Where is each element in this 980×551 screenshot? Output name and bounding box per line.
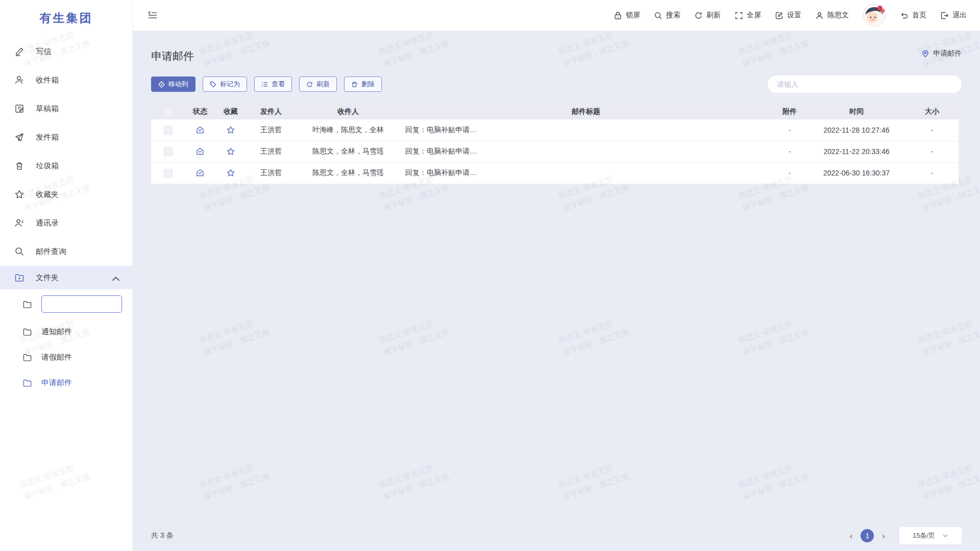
sidebar-item-drafts[interactable]: 草稿箱 (0, 94, 132, 123)
table-row[interactable]: 王洪哲 叶海峰，陈思文，全林 回复：电脑补贴申请… - 2022-11-28 1… (151, 119, 959, 141)
search-icon (14, 246, 24, 257)
home-button[interactable]: 首页 (900, 11, 926, 20)
trash-icon (351, 81, 358, 88)
settings-button[interactable]: 设置 (775, 11, 801, 20)
per-page-select[interactable]: 15条/页 (899, 527, 962, 544)
sidebar-item-compose[interactable]: 写信 (0, 37, 132, 66)
lock-screen-button[interactable]: 锁屏 (614, 11, 640, 20)
menu-fold-icon[interactable] (147, 10, 158, 21)
sidebar: 有生集团 写信 收件箱 草稿箱 发件箱 垃圾箱 收藏夹 通讯录 (0, 0, 133, 551)
new-folder-input[interactable] (41, 295, 122, 313)
new-folder-row (0, 289, 132, 319)
sidebar-item-mail-search[interactable]: 邮件查询 (0, 237, 132, 266)
subject-cell[interactable]: 回复：电脑补贴申请… (400, 141, 772, 162)
sidebar-item-label: 发件箱 (36, 133, 59, 142)
person-icon (815, 11, 824, 20)
folder-icon (22, 327, 32, 337)
row-checkbox[interactable] (164, 147, 173, 156)
row-checkbox[interactable] (164, 169, 173, 178)
folder-label: 请假邮件 (41, 353, 72, 362)
user-menu[interactable]: 陈思文 (815, 11, 849, 20)
sender-cell: 王洪哲 (246, 141, 296, 162)
avatar[interactable] (863, 4, 886, 27)
pencil-icon (14, 46, 24, 57)
move-icon (158, 81, 165, 88)
sidebar-item-label: 写信 (36, 47, 51, 57)
breadcrumb[interactable]: 申请邮件 (921, 49, 962, 58)
sidebar-item-sent[interactable]: 发件箱 (0, 123, 132, 152)
refresh-icon (694, 11, 703, 20)
star-icon[interactable] (226, 168, 235, 178)
prev-page-button[interactable]: ‹ (848, 532, 855, 540)
move-to-button[interactable]: 移动到 (151, 77, 195, 92)
chevron-up-icon (111, 274, 118, 281)
mail-open-icon (195, 147, 205, 156)
sidebar-item-inbox[interactable]: 收件箱 (0, 66, 132, 94)
mail-open-icon (195, 168, 205, 178)
trash-icon (14, 161, 24, 171)
sender-cell: 王洪哲 (246, 119, 296, 141)
inbox-person-icon (14, 75, 24, 85)
star-icon[interactable] (226, 147, 235, 156)
col-time: 时间 (807, 104, 905, 119)
fullscreen-button[interactable]: 全屏 (734, 11, 761, 20)
size-cell: - (905, 162, 959, 184)
folder-label: 通知邮件 (41, 327, 72, 337)
main-content: 申请邮件 申请邮件 移动到 标记为 查看 刷新 删除 (133, 31, 980, 551)
folder-label: 申请邮件 (41, 378, 72, 388)
view-button[interactable]: 查看 (254, 77, 292, 92)
delete-label: 删除 (361, 80, 375, 89)
logout-icon (940, 11, 949, 20)
undo-arrow-icon (900, 11, 909, 20)
col-recipients: 收件人 (296, 104, 400, 119)
search-icon (654, 11, 663, 20)
recipients-cell: 陈思文，全林，马雪瑶 (296, 141, 400, 162)
sidebar-nav: 写信 收件箱 草稿箱 发件箱 垃圾箱 收藏夹 通讯录 邮件查询 (0, 37, 132, 266)
refresh-button[interactable]: 刷新 (694, 11, 721, 20)
mail-open-icon (195, 126, 205, 135)
attachment-cell: - (772, 162, 807, 184)
folder-icon (22, 353, 32, 362)
chevron-down-icon (942, 533, 948, 539)
lock-screen-label: 锁屏 (626, 11, 640, 20)
table-header-row: 状态 收藏 发件人 收件人 邮件标题 附件 时间 大小 (151, 104, 959, 119)
edit-square-icon (775, 11, 783, 20)
sidebar-item-folders[interactable]: 文件夹 (0, 266, 132, 289)
list-search-input[interactable] (768, 76, 962, 93)
row-checkbox[interactable] (164, 126, 173, 135)
global-search-button[interactable]: 搜索 (654, 11, 680, 20)
mark-as-button[interactable]: 标记为 (203, 77, 247, 92)
folder-icon (22, 299, 32, 309)
sidebar-folder-leave[interactable]: 请假邮件 (0, 344, 132, 370)
total-count: 共 3 条 (151, 531, 174, 540)
refresh-list-button[interactable]: 刷新 (299, 77, 337, 92)
sidebar-item-trash[interactable]: 垃圾箱 (0, 152, 132, 180)
topbar-actions: 锁屏 搜索 刷新 全屏 设置 陈思文 首页 (614, 4, 967, 27)
table-row[interactable]: 王洪哲 陈思文，全林，马雪瑶 回复：电脑补贴申请… - 2022-11-22 2… (151, 141, 959, 162)
sender-cell: 王洪哲 (246, 162, 296, 184)
table-row[interactable]: 王洪哲 陈思文，全林，马雪瑶 回复：电脑补贴申请… - 2022-06-30 1… (151, 162, 959, 184)
logout-button[interactable]: 退出 (940, 11, 967, 20)
list-footer: 共 3 条 ‹ 1 › 15条/页 (151, 525, 962, 546)
brand-logo: 有生集团 (0, 0, 132, 26)
sidebar-item-label: 通讯录 (36, 218, 59, 228)
subject-cell[interactable]: 回复：电脑补贴申请… (400, 162, 772, 184)
current-page[interactable]: 1 (861, 529, 874, 542)
size-cell: - (905, 119, 959, 141)
delete-button[interactable]: 删除 (344, 77, 382, 92)
sidebar-item-favorites[interactable]: 收藏夹 (0, 180, 132, 209)
select-all-checkbox[interactable] (164, 108, 173, 116)
fullscreen-icon (734, 11, 743, 20)
subject-cell[interactable]: 回复：电脑补贴申请… (400, 119, 772, 141)
sidebar-folder-apply[interactable]: 申请邮件 (0, 370, 132, 395)
fullscreen-label: 全屏 (747, 11, 761, 20)
sidebar-item-label: 垃圾箱 (36, 161, 59, 171)
lock-icon (614, 11, 622, 20)
next-page-button[interactable]: › (880, 532, 887, 540)
star-icon[interactable] (226, 126, 235, 135)
contacts-icon (14, 218, 24, 228)
sidebar-folder-notice[interactable]: 通知邮件 (0, 319, 132, 344)
sidebar-item-contacts[interactable]: 通讯录 (0, 209, 132, 237)
col-status: 状态 (185, 104, 215, 119)
col-favorite: 收藏 (215, 104, 246, 119)
